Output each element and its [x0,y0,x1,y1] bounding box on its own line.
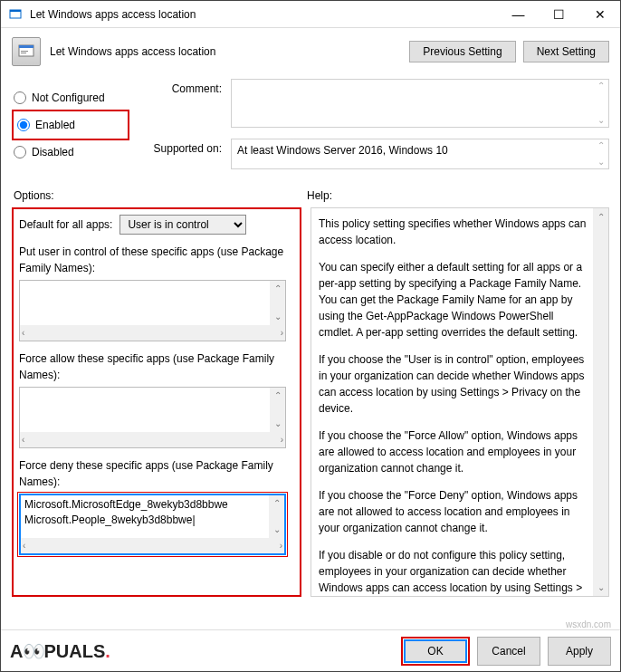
watermark: wsxdn.com [566,619,611,629]
cancel-button[interactable]: Cancel [477,637,540,666]
ok-button[interactable]: OK [404,639,467,663]
app-icon [8,7,23,22]
svg-rect-4 [21,51,28,52]
scrollbar-comment[interactable]: ⌃⌄ [593,80,608,127]
svg-rect-3 [19,45,33,48]
svg-rect-1 [10,10,21,12]
help-text: This policy setting specifies whether Wi… [319,216,588,248]
enabled-radio[interactable] [17,119,30,131]
svg-rect-5 [21,53,26,53]
force-deny-textarea[interactable]: Microsoft.MicrosoftEdge_8wekyb3d8bbwe Mi… [19,494,286,555]
scrollbar-supported[interactable]: ⌃⌄ [593,139,608,168]
help-text: If you choose the "Force Deny" option, W… [319,487,588,536]
comment-textarea[interactable]: ⌃⌄ [231,79,609,128]
default-for-all-apps-label: Default for all apps: [19,218,112,231]
not-configured-label[interactable]: Not Configured [32,91,105,104]
put-user-label: Put user in control of these specific ap… [19,244,294,276]
help-text: If you choose the "Force Allow" option, … [319,427,588,476]
not-configured-radio[interactable] [14,91,26,104]
help-text: If you choose the "User is in control" o… [319,351,588,417]
help-text: If you disable or do not configure this … [319,547,588,597]
scrollbar-vertical-icon[interactable]: ⌃⌄ [270,388,285,432]
enabled-label[interactable]: Enabled [35,119,75,131]
scrollbar-horizontal-icon[interactable]: ‹› [20,432,285,447]
policy-icon [12,37,41,66]
scrollbar-vertical-icon[interactable]: ⌃⌄ [269,495,284,538]
scrollbar-horizontal-icon[interactable]: ‹› [21,538,284,553]
help-text: You can specify either a default setting… [319,259,588,341]
scrollbar-vertical-icon[interactable]: ⌃⌄ [270,281,285,325]
force-deny-label: Force deny these specific apps (use Pack… [19,457,294,490]
apply-button[interactable]: Apply [548,637,611,666]
maximize-button[interactable]: ☐ [539,1,579,27]
options-heading: Options: [12,189,307,202]
options-pane: Default for all apps: User is in control… [12,207,301,597]
appuals-logo: A👀PUALS. [10,640,110,662]
scrollbar-horizontal-icon[interactable]: ‹› [20,325,285,341]
force-allow-textarea[interactable]: ⌃⌄ ‹› [19,387,286,448]
close-button[interactable]: ✕ [579,1,620,27]
put-user-textarea[interactable]: ⌃⌄ ‹› [19,280,286,341]
help-heading: Help: [307,189,332,202]
previous-setting-button[interactable]: Previous Setting [409,41,515,62]
next-setting-button[interactable]: Next Setting [523,41,609,62]
comment-label: Comment: [140,79,222,95]
disabled-radio[interactable] [14,146,26,158]
help-pane: This policy setting specifies whether Wi… [310,207,609,597]
page-title: Let Windows apps access location [50,45,409,58]
default-for-all-apps-select[interactable]: User is in control [119,215,246,235]
disabled-label[interactable]: Disabled [32,146,74,158]
supported-on-text: At least Windows Server 2016, Windows 10… [231,139,609,169]
window-title: Let Windows apps access location [30,8,498,21]
help-scrollbar[interactable]: ⌃⌄ [593,208,608,596]
force-allow-label: Force allow these specific apps (use Pac… [19,350,294,383]
minimize-button[interactable]: — [498,1,539,27]
supported-on-label: Supported on: [140,139,222,155]
